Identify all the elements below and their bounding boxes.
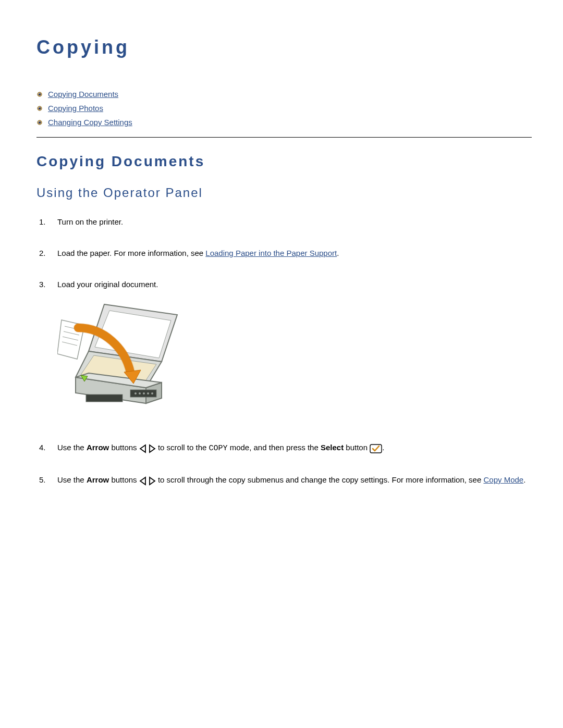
toc-link-copying-photos[interactable]: Copying Photos [48,104,103,113]
step-text: button [344,443,370,452]
toc-link-copying-documents[interactable]: Copying Documents [48,90,118,98]
toc-item: Copying Documents [36,90,532,98]
document-page: Copying Copying Documents Copying Photos… [0,0,563,537]
svg-point-22 [151,392,153,394]
page-title: Copying [36,36,532,58]
step-text: Use the [57,475,87,484]
step-text: buttons [109,443,139,452]
select-button-icon [370,442,382,454]
step-item: Turn on the printer. [36,216,532,228]
bullet-icon [36,91,43,97]
svg-point-2 [39,93,40,94]
step-text: Load the paper. For more information, se… [57,249,205,257]
bullet-icon [36,119,43,126]
sub-heading-operator-panel: Using the Operator Panel [36,186,532,200]
section-divider [36,137,532,138]
step-text: mode, and then press the [228,443,321,452]
svg-point-8 [39,121,40,122]
svg-point-21 [147,392,149,394]
step-text: . [382,443,384,452]
toc-link-changing-copy-settings[interactable]: Changing Copy Settings [48,118,132,127]
select-label: Select [321,443,344,452]
bullet-icon [36,105,43,112]
svg-point-5 [39,107,40,108]
step-text: Turn on the printer. [57,217,123,226]
step-item: Load your original document. [36,278,532,423]
table-of-contents: Copying Documents Copying Photos Changin… [36,90,532,127]
step-text: to scroll to the [156,443,209,452]
step-item: Load the paper. For more information, se… [36,247,532,260]
svg-marker-31 [150,445,155,452]
step-text: Use the [57,443,87,452]
printer-load-document-illustration [57,299,532,423]
step-text: . [523,475,525,484]
steps-list: Turn on the printer. Load the paper. For… [36,216,532,487]
link-loading-paper[interactable]: Loading Paper into the Paper Support [205,249,337,257]
step-text: to scroll through the copy submenus and … [156,475,484,484]
svg-point-18 [134,392,137,394]
step-text: buttons [109,475,139,484]
step-text: Load your original document. [57,280,158,289]
link-copy-mode[interactable]: Copy Mode [483,475,523,484]
copy-mode-label: COPY [209,444,227,453]
svg-marker-34 [150,477,155,485]
arrow-label: Arrow [87,475,109,484]
arrow-buttons-icon [139,442,156,454]
section-heading-copying-documents: Copying Documents [36,153,532,170]
svg-point-19 [139,392,141,394]
toc-item: Copying Photos [36,104,532,113]
step-text: . [337,249,339,257]
step-item: Use the Arrow buttons to scroll to the C… [36,441,532,455]
svg-rect-16 [86,394,123,402]
svg-marker-30 [140,445,145,452]
arrow-label: Arrow [87,443,109,452]
svg-point-20 [143,392,145,394]
arrow-buttons-icon [139,474,156,487]
toc-item: Changing Copy Settings [36,118,532,127]
svg-marker-33 [140,477,145,485]
step-item: Use the Arrow buttons to scroll through … [36,474,532,487]
